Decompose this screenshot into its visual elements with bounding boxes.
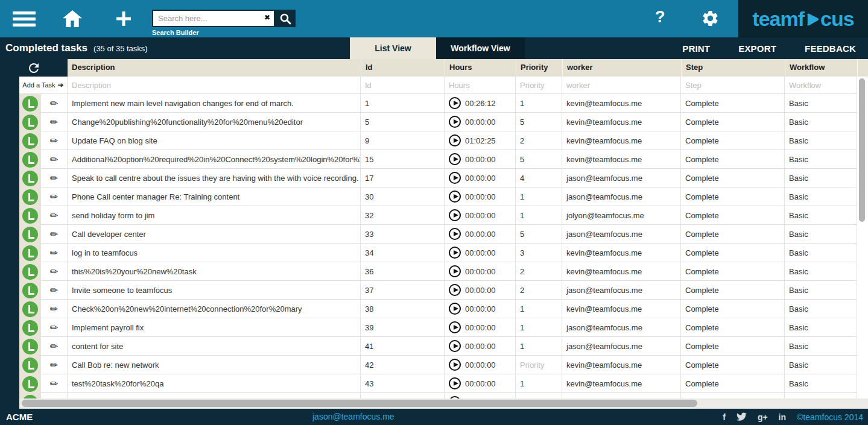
play-timer-icon[interactable]	[449, 303, 461, 315]
teamfocus-logo[interactable]: teamfcus	[752, 7, 854, 31]
column-header-id[interactable]: Id	[361, 59, 445, 77]
feedback-button[interactable]: FEEDBACK	[805, 43, 856, 54]
export-button[interactable]: EXPORT	[738, 43, 776, 54]
play-timer-icon[interactable]	[449, 321, 461, 333]
row-edit-cell: ✏	[41, 113, 68, 131]
task-hours: 00:00:00	[465, 118, 496, 127]
user-email-link[interactable]: jason@teamfocus.me	[312, 409, 394, 425]
play-timer-icon[interactable]	[449, 340, 461, 352]
edit-pencil-icon[interactable]: ✏	[50, 191, 58, 203]
clock-status-icon[interactable]	[22, 283, 38, 298]
refresh-icon[interactable]	[27, 61, 41, 75]
filter-description-input[interactable]	[68, 77, 360, 93]
task-id: 17	[361, 169, 445, 187]
filter-workflow-input[interactable]	[785, 77, 857, 93]
filter-worker-input[interactable]	[562, 77, 680, 93]
edit-pencil-icon[interactable]: ✏	[50, 322, 58, 333]
vertical-scrollbar-thumb[interactable]	[859, 78, 865, 222]
play-timer-icon[interactable]	[449, 172, 461, 184]
search-button[interactable]	[275, 10, 296, 27]
column-header-hours[interactable]: Hours	[445, 59, 516, 77]
clock-status-icon[interactable]	[22, 115, 38, 130]
edit-pencil-icon[interactable]: ✏	[50, 303, 58, 315]
task-hours-cell: 00:00:00	[445, 169, 516, 187]
play-timer-icon[interactable]	[449, 190, 461, 203]
clock-status-icon[interactable]	[22, 357, 38, 373]
play-timer-icon[interactable]	[449, 377, 461, 389]
help-icon[interactable]: ?	[655, 8, 665, 27]
column-header-step[interactable]: Step	[681, 59, 785, 77]
home-icon[interactable]	[63, 10, 82, 27]
edit-pencil-icon[interactable]: ✏	[50, 98, 58, 109]
edit-pencil-icon[interactable]: ✏	[50, 172, 58, 184]
play-timer-icon[interactable]	[449, 134, 461, 146]
clock-status-icon[interactable]	[22, 376, 38, 392]
horizontal-scrollbar	[19, 398, 868, 409]
clock-status-icon[interactable]	[22, 133, 38, 149]
play-timer-icon[interactable]	[449, 284, 461, 296]
row-status-cell	[19, 356, 41, 374]
task-priority: 1	[516, 94, 562, 113]
horizontal-scrollbar-thumb[interactable]	[22, 400, 697, 407]
edit-pencil-icon[interactable]: ✏	[50, 266, 58, 277]
edit-pencil-icon[interactable]: ✏	[50, 285, 58, 296]
task-table-body: ✏ Implement new main level navigation ch…	[19, 94, 857, 399]
table-row: ✏ Speak to call centre about the issues …	[19, 169, 857, 187]
filter-id-input[interactable]	[361, 77, 444, 93]
play-timer-icon[interactable]	[449, 116, 461, 128]
clock-status-icon[interactable]	[22, 264, 38, 280]
edit-pencil-icon[interactable]: ✏	[50, 135, 58, 146]
filter-step-input[interactable]	[681, 77, 784, 93]
clock-status-icon[interactable]	[22, 301, 38, 317]
clock-status-icon[interactable]	[22, 189, 38, 205]
clock-status-icon[interactable]	[22, 208, 38, 224]
column-header-description[interactable]: Description	[68, 59, 361, 77]
edit-pencil-icon[interactable]: ✏	[50, 247, 58, 259]
tab-list-view[interactable]: List View	[350, 37, 436, 59]
twitter-icon[interactable]	[737, 412, 747, 421]
clock-status-icon[interactable]	[22, 245, 38, 261]
task-step: Complete	[681, 337, 785, 356]
clock-status-icon[interactable]	[22, 339, 38, 354]
clock-status-icon[interactable]	[22, 227, 38, 242]
linkedin-icon[interactable]: in	[779, 413, 786, 421]
edit-pencil-icon[interactable]: ✏	[50, 154, 58, 165]
play-timer-icon[interactable]	[449, 97, 461, 109]
clock-status-icon[interactable]	[22, 171, 38, 186]
edit-pencil-icon[interactable]: ✏	[50, 378, 58, 389]
play-timer-icon[interactable]	[449, 247, 461, 259]
edit-pencil-icon[interactable]: ✏	[50, 359, 58, 371]
print-button[interactable]: PRINT	[682, 43, 710, 54]
edit-pencil-icon[interactable]: ✏	[50, 210, 58, 221]
hamburger-menu-icon[interactable]	[13, 11, 36, 27]
column-header-workflow[interactable]: Workflow	[785, 59, 857, 77]
gear-icon[interactable]	[701, 9, 720, 28]
task-workflow: Basic	[785, 318, 857, 337]
play-timer-icon[interactable]	[449, 228, 461, 240]
edit-pencil-icon[interactable]: ✏	[50, 116, 58, 128]
task-priority: 1	[516, 300, 562, 318]
column-header-priority[interactable]: Priority	[516, 59, 562, 77]
column-header-worker[interactable]: worker	[562, 59, 681, 77]
play-timer-icon[interactable]	[449, 265, 461, 277]
edit-pencil-icon[interactable]: ✏	[50, 228, 58, 240]
play-timer-icon[interactable]	[449, 209, 461, 221]
add-icon[interactable]	[115, 10, 133, 28]
add-task-button[interactable]: Add a Task ➔	[19, 77, 68, 94]
clock-status-icon[interactable]	[22, 96, 38, 112]
filter-priority-input[interactable]	[516, 77, 562, 93]
clear-search-icon[interactable]: ✖	[264, 14, 270, 21]
google-plus-icon[interactable]: g+	[758, 413, 768, 421]
play-timer-icon[interactable]	[449, 359, 461, 371]
facebook-icon[interactable]: f	[723, 413, 726, 421]
row-edit-cell: ✏	[41, 300, 68, 318]
edit-pencil-icon[interactable]: ✏	[50, 341, 58, 352]
clock-status-icon[interactable]	[22, 320, 38, 336]
search-builder-link[interactable]: Search Builder	[152, 29, 296, 36]
play-timer-icon[interactable]	[449, 153, 461, 165]
search-input[interactable]	[152, 10, 275, 27]
task-hours-cell: 00:00:00	[445, 337, 516, 356]
tab-workflow-view[interactable]: Workflow View	[436, 37, 525, 59]
clock-status-icon[interactable]	[22, 152, 38, 168]
filter-hours-input[interactable]	[445, 77, 515, 93]
